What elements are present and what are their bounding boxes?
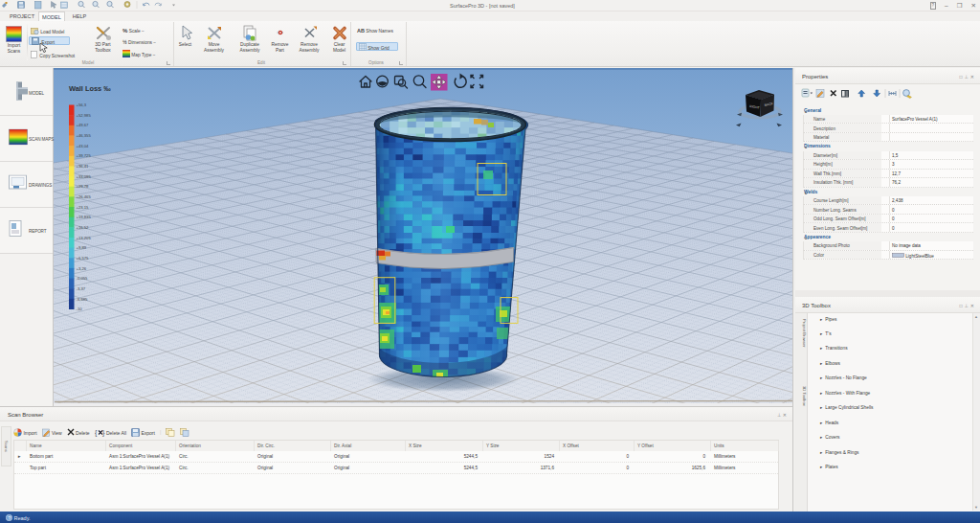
svg-text:+3,26: +3,26 <box>77 266 87 271</box>
svg-text:-10: -10 <box>77 307 83 311</box>
svg-text:Wall Loss ‰: Wall Loss ‰ <box>69 84 111 93</box>
svg-text:+16,52: +16,52 <box>77 225 90 230</box>
svg-text:}: } <box>102 429 105 437</box>
svg-text:+23,15: +23,15 <box>77 205 90 210</box>
svg-text:?: ? <box>8 515 11 521</box>
svg-text:+49,67: +49,67 <box>77 123 90 127</box>
svg-text:+33,095: +33,095 <box>77 174 92 179</box>
svg-text:+56,3: +56,3 <box>77 102 87 107</box>
svg-text:-0,055: -0,055 <box>77 276 89 281</box>
svg-text:+36,41: +36,41 <box>77 164 90 169</box>
svg-text:-3,37: -3,37 <box>77 286 86 291</box>
svg-text:+39,725: +39,725 <box>77 153 92 158</box>
svg-text:+43,04: +43,04 <box>77 144 90 148</box>
svg-text:+26,465: +26,465 <box>77 194 92 199</box>
svg-text:+29,78: +29,78 <box>77 184 90 189</box>
svg-text:+46,355: +46,355 <box>77 133 92 138</box>
svg-text:+6,575: +6,575 <box>77 256 90 261</box>
svg-text:{: { <box>95 429 98 437</box>
svg-text:+13,205: +13,205 <box>77 236 92 240</box>
svg-text:-6,685: -6,685 <box>77 297 89 302</box>
svg-text:+19,835: +19,835 <box>77 215 92 219</box>
svg-text:+9,89: +9,89 <box>77 245 87 250</box>
svg-text:+52,985: +52,985 <box>77 113 92 118</box>
